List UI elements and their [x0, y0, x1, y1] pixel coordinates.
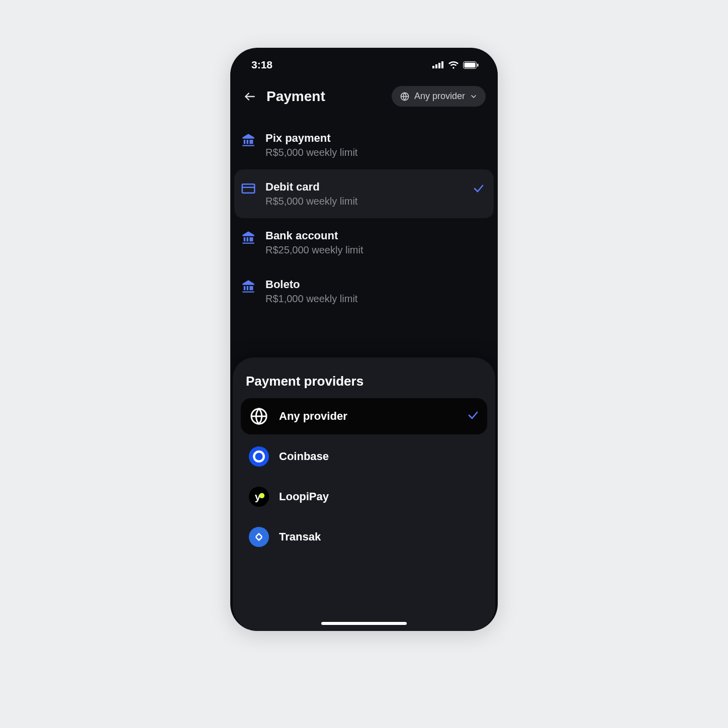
svg-point-17	[254, 451, 264, 462]
bank-icon	[241, 230, 255, 244]
wifi-icon	[448, 61, 459, 69]
phone-frame: 3:18 Payment Any provider	[230, 48, 498, 631]
method-subtitle: R$5,000 weekly limit	[265, 147, 485, 158]
coinbase-icon	[249, 446, 269, 467]
svg-rect-3	[441, 61, 443, 68]
check-icon	[473, 183, 485, 197]
provider-item-any[interactable]: Any provider	[241, 398, 487, 434]
method-subtitle: R$5,000 weekly limit	[265, 196, 463, 207]
svg-rect-5	[465, 62, 476, 67]
header: Payment Any provider	[230, 76, 498, 116]
provider-list: Any provider Coinbase y LoopiPay	[241, 398, 487, 555]
sheet-title: Payment providers	[241, 374, 487, 389]
bank-icon	[241, 133, 255, 147]
method-item-pix[interactable]: Pix payment R$5,000 weekly limit	[234, 121, 494, 169]
provider-sheet: Payment providers Any provider Coinbase	[233, 357, 495, 631]
svg-rect-14	[251, 286, 253, 290]
method-title: Debit card	[265, 180, 463, 194]
status-time: 3:18	[251, 59, 272, 71]
svg-rect-1	[435, 64, 437, 68]
svg-rect-2	[438, 63, 440, 68]
chevron-down-icon	[470, 93, 478, 101]
provider-item-loopipay[interactable]: y LoopiPay	[241, 479, 487, 515]
status-indicators	[432, 61, 479, 69]
battery-icon	[463, 61, 479, 69]
method-title: Pix payment	[265, 132, 485, 145]
provider-label: LoopiPay	[279, 490, 479, 503]
svg-rect-13	[251, 237, 253, 241]
provider-label: Coinbase	[279, 450, 479, 463]
transak-icon	[249, 527, 269, 547]
method-title: Bank account	[265, 229, 485, 242]
loopipay-icon: y	[249, 487, 269, 507]
provider-item-coinbase[interactable]: Coinbase	[241, 438, 487, 475]
bank-icon	[241, 279, 255, 293]
home-indicator	[321, 622, 407, 625]
check-icon	[467, 409, 479, 423]
back-button[interactable]	[242, 89, 257, 104]
svg-point-19	[259, 493, 265, 498]
globe-icon	[249, 406, 269, 426]
svg-rect-6	[477, 63, 479, 66]
page-title: Payment	[266, 88, 383, 105]
status-bar: 3:18	[230, 48, 498, 76]
provider-item-transak[interactable]: Transak	[241, 519, 487, 555]
method-subtitle: R$1,000 weekly limit	[265, 293, 485, 305]
method-subtitle: R$25,000 weekly limit	[265, 244, 485, 256]
card-icon	[241, 181, 255, 196]
provider-filter-label: Any provider	[414, 91, 465, 102]
provider-label: Transak	[279, 530, 479, 543]
svg-rect-11	[242, 184, 255, 193]
globe-icon	[400, 92, 410, 102]
svg-rect-10	[251, 140, 253, 144]
arrow-left-icon	[243, 90, 256, 103]
method-title: Boleto	[265, 278, 485, 291]
provider-filter-pill[interactable]: Any provider	[392, 86, 486, 107]
method-item-boleto[interactable]: Boleto R$1,000 weekly limit	[234, 267, 494, 316]
method-item-bank[interactable]: Bank account R$25,000 weekly limit	[234, 218, 494, 267]
svg-rect-0	[432, 66, 434, 68]
payment-methods-list: Pix payment R$5,000 weekly limit Debit c…	[230, 116, 498, 316]
method-item-debit[interactable]: Debit card R$5,000 weekly limit	[234, 169, 494, 218]
cellular-icon	[432, 61, 444, 68]
provider-label: Any provider	[279, 410, 457, 423]
